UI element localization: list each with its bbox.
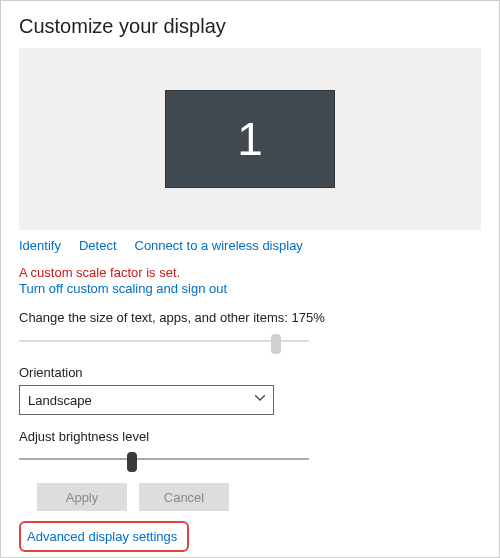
- brightness-slider-thumb[interactable]: [127, 452, 137, 472]
- turn-off-scaling-link[interactable]: Turn off custom scaling and sign out: [19, 281, 481, 296]
- identify-link[interactable]: Identify: [19, 238, 61, 253]
- apply-button[interactable]: Apply: [37, 483, 127, 511]
- display-action-links: Identify Detect Connect to a wireless di…: [19, 238, 481, 253]
- cancel-button[interactable]: Cancel: [139, 483, 229, 511]
- monitor-1[interactable]: 1: [165, 90, 335, 188]
- brightness-slider[interactable]: [19, 449, 309, 473]
- chevron-down-icon: [255, 395, 265, 405]
- detect-link[interactable]: Detect: [79, 238, 117, 253]
- connect-wireless-link[interactable]: Connect to a wireless display: [135, 238, 303, 253]
- apply-cancel-row: Apply Cancel: [37, 483, 481, 511]
- advanced-display-settings-link[interactable]: Advanced display settings: [19, 521, 189, 552]
- scale-slider[interactable]: [19, 331, 309, 355]
- monitor-1-label: 1: [237, 112, 263, 166]
- brightness-label: Adjust brightness level: [19, 429, 481, 444]
- scale-slider-thumb[interactable]: [271, 334, 281, 354]
- scale-slider-track: [19, 340, 309, 342]
- orientation-value: Landscape: [28, 393, 92, 408]
- page-title: Customize your display: [19, 15, 481, 38]
- brightness-slider-track: [19, 458, 309, 460]
- scale-value: 175%: [291, 310, 324, 325]
- orientation-select[interactable]: Landscape: [19, 385, 274, 415]
- scale-label-prefix: Change the size of text, apps, and other…: [19, 310, 291, 325]
- custom-scale-warning: A custom scale factor is set.: [19, 265, 481, 280]
- monitor-arrangement-area[interactable]: 1: [19, 48, 481, 230]
- orientation-label: Orientation: [19, 365, 481, 380]
- scale-label: Change the size of text, apps, and other…: [19, 310, 481, 325]
